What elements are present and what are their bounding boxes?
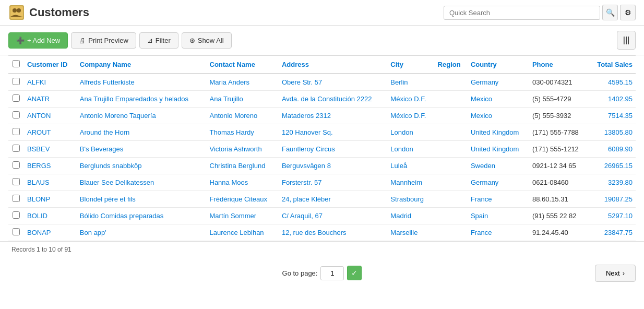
row-checkbox-cell[interactable] — [8, 91, 24, 108]
go-button[interactable]: ✓ — [347, 266, 362, 280]
cell-company-name[interactable]: Antonio Moreno Taquería — [77, 108, 207, 124]
print-preview-button[interactable]: 🖨 Print Preview — [71, 32, 136, 49]
cell-contact-name[interactable]: Laurence Lebihan — [207, 224, 279, 241]
cell-city: London — [387, 141, 434, 158]
cell-contact-name[interactable]: Ana Trujillo — [207, 91, 279, 108]
cell-company-name[interactable]: B's Beverages — [77, 141, 207, 158]
next-button[interactable]: Next › — [595, 265, 636, 282]
col-region[interactable]: Region — [435, 56, 468, 74]
page-input[interactable] — [320, 266, 344, 280]
row-checkbox-cell[interactable] — [8, 141, 24, 158]
cell-company-name[interactable]: Blondel père et fils — [77, 191, 207, 208]
cell-customer-id[interactable]: BLONP — [24, 191, 77, 208]
row-checkbox[interactable] — [13, 94, 20, 102]
col-city[interactable]: City — [387, 56, 434, 74]
cell-total-sales: 13805.80 — [589, 124, 636, 141]
row-checkbox[interactable] — [13, 128, 20, 135]
cell-customer-id[interactable]: ANTON — [24, 108, 77, 124]
cell-contact-name[interactable]: Frédérique Citeaux — [207, 191, 279, 208]
cell-customer-id[interactable]: BERGS — [24, 158, 77, 174]
cell-company-name[interactable]: Blauer See Delikatessen — [77, 174, 207, 191]
row-checkbox-cell[interactable] — [8, 224, 24, 241]
col-customer-id[interactable]: Customer ID — [24, 56, 77, 74]
cell-city: Luleå — [387, 158, 434, 174]
row-checkbox-cell[interactable] — [8, 174, 24, 191]
cell-address: C/ Araquil, 67 — [279, 208, 387, 224]
row-checkbox-cell[interactable] — [8, 191, 24, 208]
col-address[interactable]: Address — [279, 56, 387, 74]
cell-company-name[interactable]: Berglunds snabbköp — [77, 158, 207, 174]
cell-company-name[interactable]: Around the Horn — [77, 124, 207, 141]
cell-contact-name[interactable]: Martín Sommer — [207, 208, 279, 224]
show-all-button[interactable]: ⊛ Show All — [182, 32, 232, 49]
row-checkbox-cell[interactable] — [8, 158, 24, 174]
cell-country[interactable]: United Kingdom — [468, 141, 529, 158]
row-checkbox[interactable] — [13, 178, 20, 185]
cell-contact-name[interactable]: Antonio Moreno — [207, 108, 279, 124]
cell-country[interactable]: Germany — [468, 174, 529, 191]
toolbar: ➕ + Add New 🖨 Print Preview ⊿ Filter ⊛ S… — [0, 26, 644, 55]
cell-country[interactable]: Sweden — [468, 158, 529, 174]
status-bar: Records 1 to 10 of 91 — [0, 241, 644, 257]
cell-customer-id[interactable]: BOLID — [24, 208, 77, 224]
row-checkbox[interactable] — [13, 211, 20, 219]
row-checkbox-cell[interactable] — [8, 208, 24, 224]
col-contact-name[interactable]: Contact Name — [207, 56, 279, 74]
cell-company-name[interactable]: Ana Trujillo Emparedados y helados — [77, 91, 207, 108]
cell-customer-id[interactable]: ALFKI — [24, 74, 77, 91]
search-button[interactable]: 🔍 — [602, 5, 618, 20]
col-phone[interactable]: Phone — [529, 56, 589, 74]
cell-address: Avda. de la Constitución 2222 — [279, 91, 387, 108]
cell-customer-id[interactable]: ANATR — [24, 91, 77, 108]
cell-contact-name[interactable]: Hanna Moos — [207, 174, 279, 191]
cell-city: London — [387, 124, 434, 141]
cell-region — [435, 141, 468, 158]
col-total-sales[interactable]: Total Sales — [589, 56, 636, 74]
cell-company-name[interactable]: Bon app' — [77, 224, 207, 241]
search-input[interactable] — [444, 6, 600, 20]
row-checkbox[interactable] — [13, 228, 20, 235]
row-checkbox[interactable] — [13, 78, 20, 85]
customers-table: Customer ID Company Name Contact Name Ad… — [8, 55, 636, 241]
cell-total-sales: 19087.25 — [589, 191, 636, 208]
cell-address: 24, place Kléber — [279, 191, 387, 208]
col-company-name[interactable]: Company Name — [77, 56, 207, 74]
cell-company-name[interactable]: Bólido Comidas preparadas — [77, 208, 207, 224]
cell-country[interactable]: Spain — [468, 208, 529, 224]
col-country[interactable]: Country — [468, 56, 529, 74]
table-row: BLAUS Blauer See Delikatessen Hanna Moos… — [8, 174, 636, 191]
settings-button[interactable]: ⚙ — [620, 5, 636, 20]
cell-contact-name[interactable]: Christina Berglund — [207, 158, 279, 174]
cell-country[interactable]: United Kingdom — [468, 124, 529, 141]
table-header-row: Customer ID Company Name Contact Name Ad… — [8, 56, 636, 74]
cell-region — [435, 108, 468, 124]
select-all-checkbox[interactable] — [13, 60, 20, 67]
cell-country[interactable]: Germany — [468, 74, 529, 91]
row-checkbox[interactable] — [13, 111, 20, 118]
cell-contact-name[interactable]: Maria Anders — [207, 74, 279, 91]
row-checkbox[interactable] — [13, 195, 20, 202]
row-checkbox-cell[interactable] — [8, 74, 24, 91]
cell-country[interactable]: Mexico — [468, 91, 529, 108]
cell-total-sales: 4595.15 — [589, 74, 636, 91]
filter-button[interactable]: ⊿ Filter — [139, 32, 178, 49]
select-all-header[interactable] — [8, 56, 24, 74]
cell-company-name[interactable]: Alfreds Futterkiste — [77, 74, 207, 91]
cell-contact-name[interactable]: Thomas Hardy — [207, 124, 279, 141]
cell-country[interactable]: France — [468, 191, 529, 208]
row-checkbox-cell[interactable] — [8, 124, 24, 141]
column-chooser-button[interactable]: ||| — [617, 31, 636, 50]
row-checkbox[interactable] — [13, 145, 20, 152]
cell-customer-id[interactable]: BONAP — [24, 224, 77, 241]
cell-customer-id[interactable]: BLAUS — [24, 174, 77, 191]
cell-customer-id[interactable]: AROUT — [24, 124, 77, 141]
cell-contact-name[interactable]: Victoria Ashworth — [207, 141, 279, 158]
add-new-button[interactable]: ➕ + Add New — [8, 32, 68, 49]
cell-country[interactable]: Mexico — [468, 108, 529, 124]
cell-total-sales: 5297.10 — [589, 208, 636, 224]
row-checkbox[interactable] — [13, 161, 20, 169]
row-checkbox-cell[interactable] — [8, 108, 24, 124]
cell-country[interactable]: France — [468, 224, 529, 241]
table-row: ANTON Antonio Moreno Taquería Antonio Mo… — [8, 108, 636, 124]
cell-customer-id[interactable]: BSBEV — [24, 141, 77, 158]
